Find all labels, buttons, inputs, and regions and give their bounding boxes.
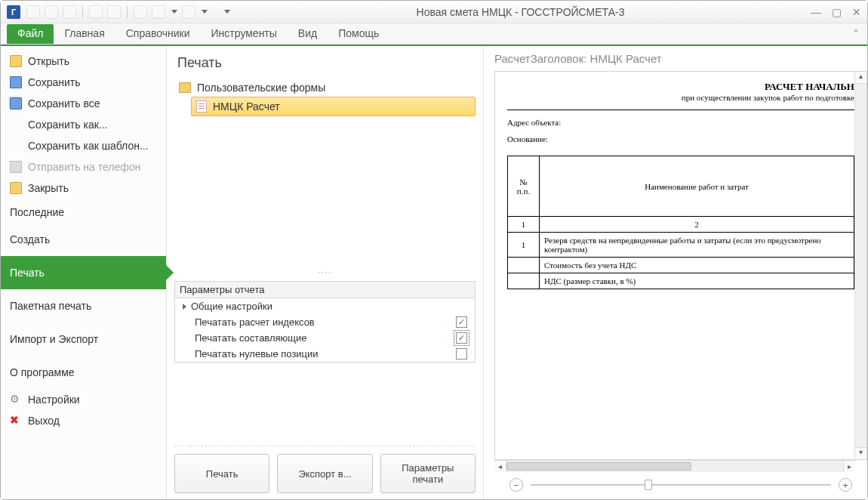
folder-close-icon bbox=[10, 182, 22, 194]
row1-text: Резерв средств на непредвиденные работы … bbox=[540, 233, 854, 258]
preview-vertical-scrollbar[interactable]: ▴ ▾ bbox=[854, 72, 866, 459]
titlebar: Г Новая смета НМЦК - ГОССТРОЙСМЕТА-3 — ▢… bbox=[1, 1, 867, 23]
zoom-slider-handle[interactable] bbox=[645, 480, 652, 490]
param-print-index-calc[interactable]: Печатать расчет индексов ✓ bbox=[175, 314, 475, 330]
tab-directories[interactable]: Справочники bbox=[115, 24, 201, 44]
forms-tree: Пользовательские формы НМЦК Расчет bbox=[174, 79, 476, 116]
qat-redo-icon[interactable] bbox=[182, 5, 195, 19]
param1-label: Печатать расчет индексов bbox=[195, 316, 456, 328]
qat-customize-icon[interactable] bbox=[224, 10, 230, 14]
file-menu: Открыть Сохранить Сохранить все Сохранит… bbox=[1, 46, 167, 499]
expander-icon bbox=[183, 304, 186, 310]
preview-horizontal-scrollbar[interactable]: ◂ ▸ bbox=[494, 460, 855, 472]
print-heading: Печать bbox=[177, 55, 476, 71]
menu-settings-label: Настройки bbox=[28, 394, 80, 406]
zoom-out-button[interactable]: − bbox=[509, 478, 523, 492]
qat-print-icon[interactable] bbox=[89, 5, 103, 19]
menu-save-as[interactable]: Сохранить как... bbox=[1, 114, 166, 135]
qat-new-icon[interactable] bbox=[26, 5, 40, 19]
col-number: № п.п. bbox=[508, 156, 540, 217]
menu-close-label: Закрыть bbox=[28, 182, 69, 194]
print-center-pane: Печать Пользовательские формы НМЦК Расче… bbox=[167, 46, 484, 499]
tree-root-user-forms[interactable]: Пользовательские формы bbox=[174, 79, 476, 97]
menu-recent[interactable]: Последние bbox=[1, 199, 166, 223]
menu-open-label: Открыть bbox=[28, 55, 69, 67]
folder-icon bbox=[179, 82, 191, 93]
minimize-button[interactable]: — bbox=[811, 6, 821, 18]
scroll-down-icon[interactable]: ▾ bbox=[855, 447, 866, 459]
doc-table: № п.п. Наименование работ и затрат 1 2 1… bbox=[507, 156, 854, 289]
menu-exit-label: Выход bbox=[28, 415, 60, 427]
document-icon bbox=[196, 100, 207, 113]
print-button[interactable]: Печать bbox=[174, 454, 269, 493]
qat-undo-dropdown-icon[interactable] bbox=[171, 10, 177, 14]
tab-tools[interactable]: Инструменты bbox=[201, 24, 288, 44]
close-button[interactable]: ✕ bbox=[852, 6, 861, 18]
menu-send-phone: Отправить на телефон bbox=[1, 156, 166, 177]
scroll-right-icon[interactable]: ▸ bbox=[843, 461, 855, 472]
preview-pane: РасчетЗаголовок: НМЦК Расчет РАСЧЕТ НАЧА… bbox=[484, 46, 867, 499]
param3-label: Печатать нулевые позиции bbox=[195, 348, 456, 360]
export-button[interactable]: Экспорт в... bbox=[277, 454, 372, 493]
param1-checkbox[interactable]: ✓ bbox=[456, 316, 467, 328]
param3-checkbox[interactable] bbox=[456, 348, 467, 360]
tab-file[interactable]: Файл bbox=[7, 24, 54, 44]
param2-checkbox[interactable]: ✓ bbox=[456, 332, 467, 344]
h-scroll-thumb[interactable] bbox=[506, 462, 691, 471]
gear-icon bbox=[10, 394, 22, 406]
menu-batch-print[interactable]: Пакетная печать bbox=[1, 289, 166, 323]
row3-text: НДС (размер ставки, в %) bbox=[540, 273, 854, 289]
menu-save-as-template[interactable]: Сохранить как шаблон... bbox=[1, 135, 166, 156]
ribbon-tabs: Файл Главная Справочники Инструменты Вид… bbox=[1, 23, 867, 45]
params-header: Параметры отчета bbox=[175, 282, 475, 298]
menu-create[interactable]: Создать bbox=[1, 223, 166, 256]
tree-root-label: Пользовательские формы bbox=[197, 82, 325, 94]
qat-undo-icon[interactable] bbox=[152, 5, 165, 19]
scroll-up-icon[interactable]: ▴ bbox=[855, 72, 866, 84]
preview-viewport: РАСЧЕТ НАЧАЛЬН при осуществлении закупок… bbox=[494, 71, 867, 460]
save-all-icon bbox=[10, 97, 22, 110]
menu-import-export[interactable]: Импорт и Экспорт bbox=[1, 323, 166, 356]
tab-help[interactable]: Помощь bbox=[328, 24, 389, 44]
h-scroll-track[interactable] bbox=[506, 461, 843, 472]
params-group-general[interactable]: Общие настройки bbox=[175, 298, 475, 314]
ribbon-collapse-icon[interactable]: ⌃ bbox=[852, 28, 860, 39]
tree-item-nmck-raschet[interactable]: НМЦК Расчет bbox=[191, 97, 476, 116]
menu-print[interactable]: Печать bbox=[1, 256, 166, 289]
param-print-components[interactable]: Печатать составляющие ✓ bbox=[175, 330, 475, 346]
qat-redo-dropdown-icon[interactable] bbox=[202, 10, 208, 14]
menu-close[interactable]: Закрыть bbox=[1, 177, 166, 199]
tab-home[interactable]: Главная bbox=[54, 24, 115, 44]
param-print-zero-positions[interactable]: Печатать нулевые позиции bbox=[175, 346, 475, 362]
tab-view[interactable]: Вид bbox=[288, 24, 328, 44]
qat-cut-icon[interactable] bbox=[134, 5, 147, 19]
exit-icon bbox=[10, 415, 22, 427]
menu-open[interactable]: Открыть bbox=[1, 51, 166, 72]
window-title: Новая смета НМЦК - ГОССТРОЙСМЕТА-3 bbox=[230, 6, 811, 18]
folder-open-icon bbox=[10, 55, 22, 67]
qat-open-icon[interactable] bbox=[45, 5, 58, 19]
quick-access-toolbar bbox=[26, 5, 230, 19]
menu-save[interactable]: Сохранить bbox=[1, 72, 166, 93]
splitter[interactable]: ···· bbox=[174, 268, 476, 276]
menu-send-phone-label: Отправить на телефон bbox=[28, 161, 140, 173]
menu-save-all[interactable]: Сохранить все bbox=[1, 93, 166, 114]
colnum-2: 2 bbox=[540, 217, 854, 233]
menu-settings[interactable]: Настройки bbox=[1, 389, 166, 410]
col-name: Наименование работ и затрат bbox=[540, 156, 854, 217]
doc-basis-label: Основание: bbox=[507, 134, 854, 144]
menu-exit[interactable]: Выход bbox=[1, 410, 166, 431]
tree-item-label: НМЦК Расчет bbox=[213, 100, 280, 113]
zoom-slider[interactable] bbox=[531, 484, 831, 486]
scroll-left-icon[interactable]: ◂ bbox=[494, 461, 506, 472]
qat-save-icon[interactable] bbox=[63, 5, 76, 19]
menu-about[interactable]: О программе bbox=[1, 356, 166, 389]
qat-preview-icon[interactable] bbox=[107, 5, 121, 19]
zoom-in-button[interactable]: + bbox=[839, 478, 852, 492]
maximize-button[interactable]: ▢ bbox=[832, 6, 842, 18]
row3-num bbox=[508, 273, 540, 289]
menu-save-as-template-label: Сохранить как шаблон... bbox=[28, 140, 149, 152]
zoom-bar: − + bbox=[494, 472, 867, 495]
doc-heading: РАСЧЕТ НАЧАЛЬН bbox=[507, 81, 854, 93]
page-setup-button[interactable]: Параметры печати bbox=[380, 454, 476, 493]
